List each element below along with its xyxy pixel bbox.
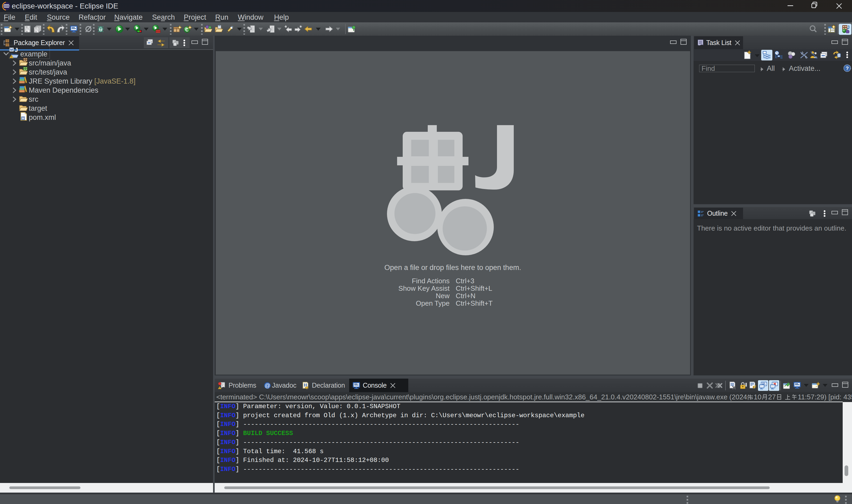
svg-text:C: C xyxy=(185,28,189,33)
svg-text:J: J xyxy=(847,25,849,30)
svg-text:@: @ xyxy=(265,383,270,389)
svg-text:J: J xyxy=(15,48,18,53)
svg-text:M: M xyxy=(22,116,24,120)
svg-text:?: ? xyxy=(846,66,849,71)
svg-text:M: M xyxy=(10,48,13,52)
